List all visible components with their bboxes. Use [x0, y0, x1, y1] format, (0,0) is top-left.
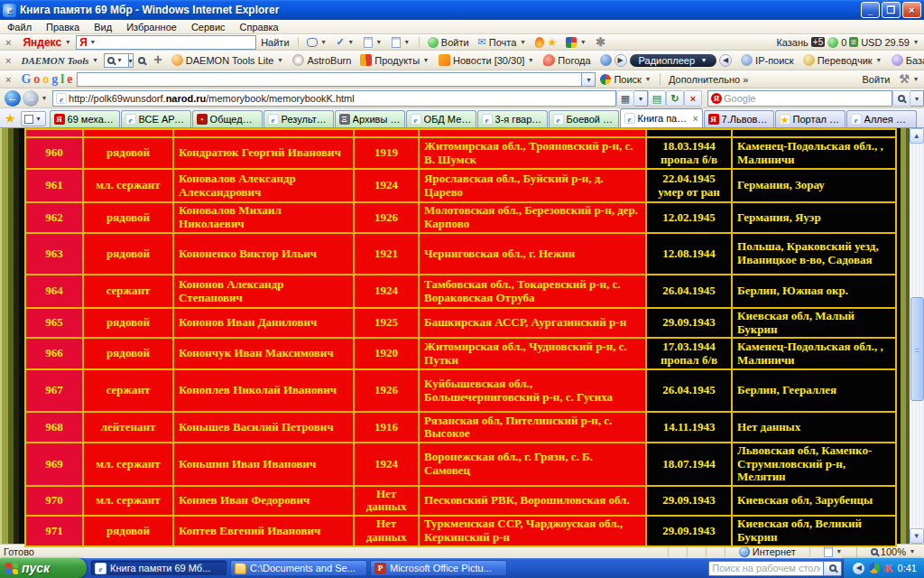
translate-page-button[interactable]: ▾	[387, 37, 415, 48]
play-button[interactable]: ▶	[614, 54, 627, 67]
daemon-toolbar-item[interactable]: Новости [30/30] ▾	[434, 54, 539, 66]
google-more-button[interactable]: Дополнительно »	[664, 74, 753, 85]
yandex-login-button[interactable]: Войти	[423, 37, 474, 48]
browser-tab[interactable]: e Боевой путь ...	[549, 110, 619, 127]
close-toolbar-icon[interactable]: ×	[0, 55, 16, 66]
minimize-button[interactable]: _	[861, 2, 880, 18]
popular-button[interactable]: ★	[531, 36, 561, 49]
daemon-toolbar-item[interactable]: Продукты ▾	[356, 54, 434, 66]
browser-tab[interactable]: e Книга пам... ×	[620, 108, 703, 127]
toolbar-settings-button[interactable]: ✱	[591, 35, 610, 49]
google-search-dropdown[interactable]: ▾	[582, 72, 596, 87]
refresh-button[interactable]: ↻	[666, 90, 684, 107]
vertical-scrollbar[interactable]: ▲ ▼	[910, 128, 924, 544]
search-go-button[interactable]	[892, 90, 910, 107]
scrollbar-thumb[interactable]	[910, 297, 924, 401]
browser-tab[interactable]: e ОБД Мемориал	[406, 110, 476, 127]
yandex-informers[interactable]: Казань +5 0 ≡ USD 29.59 ▾	[772, 37, 924, 48]
services-grid-button[interactable]: ▾	[561, 37, 591, 48]
daemon-toolbar-item[interactable]: AstroBurn ▾	[288, 54, 356, 66]
google-search-input[interactable]	[80, 74, 578, 85]
history-dropdown[interactable]: ▾	[41, 94, 48, 102]
back-button[interactable]: ←	[5, 90, 21, 107]
menu-item[interactable]: Правка	[39, 22, 87, 33]
spellcheck-button[interactable]: ✓▾	[332, 36, 359, 48]
cell-name: Коноплев Николай Иванович	[173, 369, 354, 412]
compatibility-view-button[interactable]: ▦	[616, 90, 634, 107]
page-background-right	[897, 128, 910, 544]
antivirus-tray-icon[interactable]: K	[884, 562, 892, 575]
stop-button[interactable]: ×	[684, 90, 702, 107]
cell-rank: рядовой	[83, 338, 173, 369]
zoom-tool-button[interactable]	[134, 57, 150, 64]
daemon-toolbar-item[interactable]: Переводчик ▾	[799, 54, 887, 66]
start-button[interactable]: пуск	[0, 558, 87, 578]
instant-search-box[interactable]: Я	[707, 90, 892, 107]
crosshair-tool-button[interactable]: ✛	[150, 54, 167, 66]
menu-item[interactable]: Вид	[87, 22, 119, 33]
messenger-button[interactable]: ▾	[302, 38, 332, 47]
google-search-button[interactable]: Поиск▾	[596, 74, 656, 85]
tray-network-icon[interactable]	[869, 563, 880, 573]
browser-tab[interactable]: e Аллея Славы	[846, 110, 917, 127]
protected-mode-button[interactable]: ▾	[819, 546, 847, 557]
menu-item[interactable]: Избранное	[119, 22, 184, 33]
favorites-button[interactable]: ★	[3, 111, 21, 127]
menu-item[interactable]: Файл	[0, 22, 39, 33]
address-dropdown[interactable]: ▾	[634, 90, 648, 107]
browser-tab[interactable]: e Результаты п...	[263, 110, 334, 127]
desktop-search-input[interactable]	[712, 563, 820, 573]
browser-tab[interactable]: Я 69 механизир...	[50, 110, 120, 127]
task-label: Microsoft Office Pictu...	[390, 563, 492, 573]
volume-button[interactable]: ◀	[719, 54, 732, 67]
browser-tab[interactable]: e 3-я гвардейс...	[477, 110, 548, 127]
google-search-box[interactable]	[77, 72, 582, 87]
daemon-toolbar-item[interactable]: База Данных Игр ▾	[887, 54, 924, 66]
close-toolbar-icon[interactable]: ×	[0, 37, 16, 48]
page-tools-button[interactable]: ▾	[359, 37, 387, 48]
menu-item[interactable]: Сервис	[184, 22, 233, 33]
close-toolbar-icon[interactable]: ×	[0, 74, 16, 85]
feeds-button[interactable]: ▤	[648, 90, 666, 107]
daemon-toolbar-item[interactable]: DAEMON Tools Lite ▾	[167, 54, 289, 66]
tab-close-icon[interactable]: ×	[693, 114, 698, 124]
cell-birth-year: 1926	[354, 369, 419, 412]
taskbar-task-button[interactable]: C:\Documents and Se...	[230, 560, 367, 576]
yandex-brand-menu[interactable]: Яндекс▾	[16, 36, 76, 49]
search-dropdown[interactable]: ▾	[910, 90, 924, 107]
yandex-search-box[interactable]: Я▾	[76, 35, 256, 50]
yandex-mail-button[interactable]: ✉Почта▾	[474, 36, 531, 48]
desktop-search[interactable]	[708, 560, 842, 576]
address-field[interactable]: e http://polk69wunsdorf.narod.ru/memoryb…	[52, 90, 616, 107]
daemon-brand-menu[interactable]: DAEMON Tools▾	[16, 55, 103, 66]
daemon-toolbar-item[interactable]: ▶Радиоплеер▾ ▾ ◀	[596, 54, 737, 67]
close-button[interactable]: ×	[902, 2, 921, 18]
zoom-control[interactable]: 100% ▾	[866, 546, 920, 557]
scrollbar-track[interactable]	[910, 144, 924, 528]
browser-tab[interactable]: ▪ Общедоступн...	[192, 110, 263, 127]
star-icon: ★	[547, 36, 557, 49]
taskbar-task-button[interactable]: P Microsoft Office Pictu...	[370, 560, 507, 576]
hide-icons-chevron[interactable]: ◀	[853, 563, 864, 574]
google-settings-button[interactable]: ⚒▾	[894, 72, 924, 86]
browser-tab[interactable]: Я 7.Львовско-С...	[704, 110, 774, 127]
taskbar-task-button[interactable]: e Книга памяти 69 Мб...	[90, 560, 227, 576]
google-login-button[interactable]: Войти	[858, 74, 895, 85]
menu-item[interactable]: Справка	[233, 22, 286, 33]
daemon-toolbar-item[interactable]: Погода ▾	[539, 54, 595, 66]
browser-tab[interactable]: Ξ Архивы Росси...	[335, 110, 405, 127]
scroll-down-button[interactable]: ▼	[910, 528, 924, 544]
scroll-up-button[interactable]: ▲	[910, 128, 924, 144]
quick-tabs-button[interactable]: ▾	[21, 111, 46, 126]
maximize-button[interactable]: ❐	[882, 2, 901, 18]
daemon-search-box[interactable]: ▾	[104, 53, 129, 68]
browser-tab[interactable]: e ВСЕ АРХИВЫ ...	[121, 110, 191, 127]
desktop-search-button[interactable]	[824, 561, 842, 576]
instant-search-input[interactable]	[724, 93, 889, 104]
yandex-search-input[interactable]	[98, 37, 253, 48]
daemon-toolbar-item[interactable]: IP-поиск ▾	[736, 54, 799, 66]
cell-rank: сержант	[83, 275, 173, 308]
yandex-find-button[interactable]: Найти	[256, 37, 293, 48]
browser-tab[interactable]: ★ Портал о Фро...	[775, 110, 845, 127]
forward-button[interactable]: →	[23, 90, 39, 107]
